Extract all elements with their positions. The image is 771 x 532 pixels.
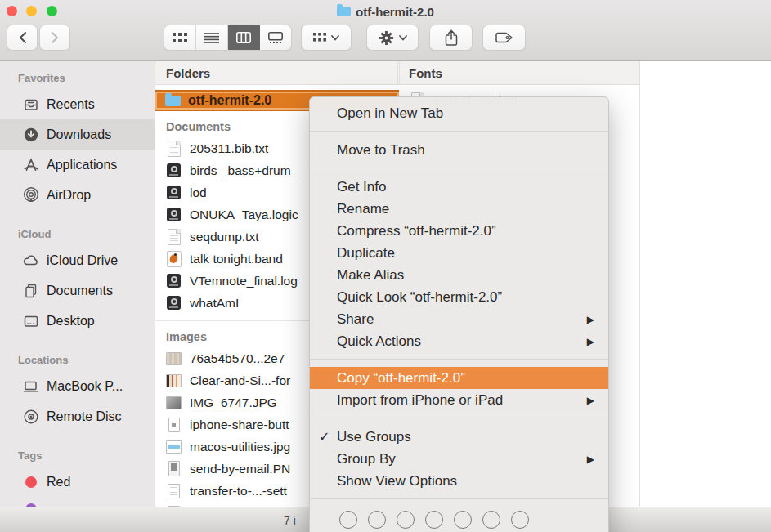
gallery-view-button[interactable] <box>260 25 291 50</box>
menu-item-open-in-new-tab[interactable]: Open in New Tab <box>310 102 608 124</box>
icloud-icon <box>22 253 39 269</box>
image-file-icon <box>166 483 182 499</box>
sidebar-item-macbook[interactable]: MacBook P... <box>0 371 155 401</box>
menu-item-duplicate[interactable]: Duplicate <box>310 242 608 264</box>
menu-item-make-alias[interactable]: Make Alias <box>310 264 608 286</box>
sidebar-item-icloud-drive[interactable]: iCloud Drive <box>0 245 155 275</box>
share-button[interactable] <box>429 25 473 51</box>
laptop-icon <box>22 378 39 395</box>
tag-color-circle[interactable] <box>454 511 472 529</box>
forward-icon <box>51 31 60 44</box>
gallery-view-icon <box>268 32 283 43</box>
forward-button[interactable] <box>39 25 70 51</box>
sidebar-item-recents[interactable]: Recents <box>0 89 155 119</box>
tag-button[interactable] <box>482 25 526 51</box>
group-by-button[interactable] <box>301 25 352 51</box>
icon-view-button[interactable] <box>164 25 196 50</box>
column-headers: Folders Fonts <box>155 61 639 85</box>
menu-separator <box>310 418 608 418</box>
menu-item-move-to-trash[interactable]: Move to Trash <box>310 139 608 161</box>
item-count-text: 7 i <box>284 514 296 527</box>
icon-view-icon <box>173 33 187 43</box>
logic-file-icon <box>166 207 182 223</box>
sidebar-item-downloads[interactable]: Downloads <box>0 119 155 150</box>
airdrop-icon <box>22 187 39 203</box>
window-chrome: otf-hermit-2.0 <box>0 0 771 61</box>
sidebar-item-tag-red[interactable]: Red <box>0 467 155 497</box>
downloads-icon <box>22 127 39 143</box>
menu-item-show-view-options[interactable]: Show View Options <box>310 470 608 492</box>
sidebar-item-remote-disc[interactable]: Remote Disc <box>0 401 155 431</box>
sidebar-section-locations: Locations <box>0 354 155 366</box>
recents-icon <box>22 96 39 113</box>
submenu-arrow-icon: ▶ <box>587 449 594 471</box>
column-view-button[interactable] <box>228 25 260 50</box>
menu-item-get-info[interactable]: Get Info <box>310 176 608 198</box>
menu-separator <box>310 168 608 168</box>
submenu-arrow-icon: ▶ <box>587 390 594 412</box>
view-mode-segmented-control <box>164 25 292 51</box>
folder-proxy-icon <box>337 7 351 16</box>
sidebar-item-documents[interactable]: Documents <box>0 275 155 306</box>
sidebar-item-applications[interactable]: Applications <box>0 150 155 180</box>
column-divider[interactable] <box>639 61 640 507</box>
chevron-down-icon <box>399 35 407 41</box>
tag-color-circle[interactable] <box>339 511 357 529</box>
chevron-down-icon <box>331 35 339 41</box>
tag-color-circle[interactable] <box>482 511 500 529</box>
garageband-file-icon <box>166 251 182 267</box>
menu-separator <box>310 131 608 132</box>
menu-separator <box>310 498 608 499</box>
column-view-icon <box>236 32 251 43</box>
submenu-arrow-icon: ▶ <box>587 331 594 353</box>
documents-icon <box>22 283 39 299</box>
sidebar-section-favorites: Favorites <box>0 72 155 84</box>
text-file-icon <box>166 141 182 157</box>
menu-item-import-from-iphone[interactable]: Import from iPhone or iPad▶ <box>310 389 608 411</box>
window-title-area: otf-hermit-2.0 <box>0 4 771 19</box>
tag-color-circle[interactable] <box>425 511 443 529</box>
sidebar-item-airdrop[interactable]: AirDrop <box>0 180 155 210</box>
menu-item-share[interactable]: Share▶ <box>310 308 608 330</box>
applications-icon <box>22 157 39 173</box>
tag-color-circle[interactable] <box>397 511 415 529</box>
menu-item-use-groups[interactable]: ✓Use Groups <box>310 426 608 448</box>
red-tag-icon <box>22 474 39 490</box>
back-icon <box>18 31 27 44</box>
sidebar-section-icloud: iCloud <box>0 228 155 240</box>
disc-icon <box>22 409 39 425</box>
image-file-icon <box>166 395 182 411</box>
fonts-column-header: Fonts <box>397 61 639 84</box>
tag-color-circle[interactable] <box>511 511 529 529</box>
sidebar-item-desktop[interactable]: Desktop <box>0 306 155 336</box>
back-button[interactable] <box>7 25 38 51</box>
context-menu: Open in New Tab Move to Trash Get Info R… <box>309 96 609 532</box>
menu-item-compress[interactable]: Compress “otf-hermit-2.0” <box>310 220 608 242</box>
image-file-icon <box>166 439 182 455</box>
folders-column-header: Folders <box>155 61 397 84</box>
list-view-button[interactable] <box>196 25 228 50</box>
logic-file-icon <box>166 273 182 289</box>
logic-file-icon <box>166 163 182 179</box>
action-menu-button[interactable] <box>366 25 419 51</box>
tag-color-circle[interactable] <box>368 511 386 529</box>
window-title: otf-hermit-2.0 <box>356 5 434 19</box>
gear-icon <box>379 30 394 46</box>
image-file-icon <box>166 417 182 433</box>
menu-item-rename[interactable]: Rename <box>310 198 608 220</box>
menu-item-quick-look[interactable]: Quick Look “otf-hermit-2.0” <box>310 286 608 308</box>
menu-item-group-by[interactable]: Group By▶ <box>310 448 608 470</box>
finder-window: otf-hermit-2.0 <box>0 0 771 532</box>
menu-item-copy[interactable]: Copy “otf-hermit-2.0” <box>310 367 608 389</box>
tag-icon <box>495 32 513 43</box>
logic-file-icon <box>166 295 182 311</box>
desktop-icon <box>22 313 39 329</box>
logic-file-icon <box>166 185 182 201</box>
sidebar: Favorites Recents Downloads Applications… <box>0 61 155 532</box>
text-file-icon <box>166 229 182 245</box>
checkmark-icon: ✓ <box>319 426 329 448</box>
menu-item-quick-actions[interactable]: Quick Actions▶ <box>310 330 608 352</box>
folder-icon <box>165 96 181 106</box>
group-icon <box>313 33 326 42</box>
sidebar-section-tags: Tags <box>0 449 155 462</box>
